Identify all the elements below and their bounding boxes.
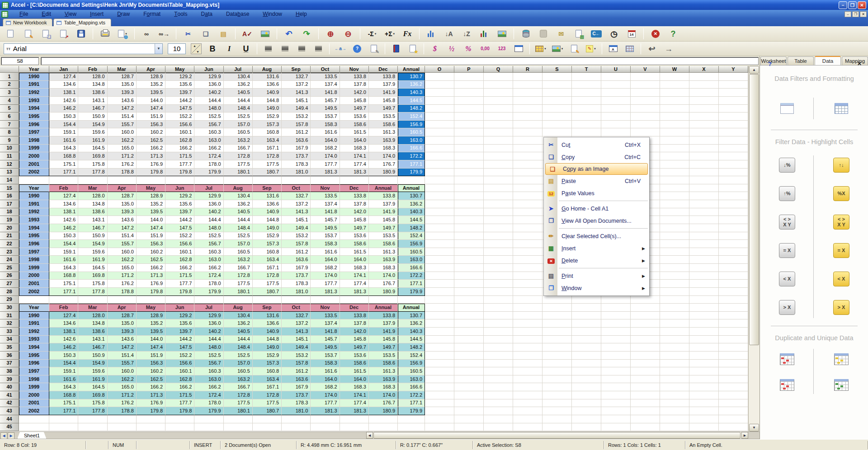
grid-cell[interactable]: 165.0 bbox=[108, 145, 137, 153]
grid-cell[interactable] bbox=[572, 89, 601, 97]
grid-cell[interactable]: 136.0 bbox=[194, 319, 223, 328]
grid-cell[interactable] bbox=[425, 280, 454, 288]
sort-icon[interactable]: ↓Z bbox=[461, 28, 472, 40]
grid-cell[interactable]: 1994 bbox=[19, 343, 49, 352]
grid-cell[interactable] bbox=[19, 423, 49, 431]
grid-cell[interactable] bbox=[631, 328, 660, 336]
row-header[interactable]: 29 bbox=[0, 296, 19, 304]
grid-cell[interactable] bbox=[425, 352, 454, 360]
grid-cell[interactable]: 177.1 bbox=[49, 169, 78, 177]
grid-cell[interactable]: 150.3 bbox=[49, 112, 78, 121]
grid-cell[interactable]: 174.0 bbox=[311, 152, 340, 160]
grid-cell[interactable]: 135.6 bbox=[165, 319, 194, 328]
grid-cell[interactable]: 160.5 bbox=[398, 367, 425, 375]
grid-cell[interactable]: 178.8 bbox=[108, 288, 137, 296]
filter-greater-than-button[interactable]: > X bbox=[779, 300, 795, 315]
grid-cell[interactable] bbox=[454, 280, 484, 288]
grid-cell[interactable] bbox=[631, 367, 660, 375]
grid-cell[interactable]: 133.8 bbox=[369, 312, 398, 320]
grid-cell[interactable] bbox=[108, 415, 137, 423]
grid-cell[interactable] bbox=[542, 367, 572, 375]
grid-cell[interactable]: 163.4 bbox=[253, 375, 282, 384]
grid-cell[interactable]: 153.2 bbox=[282, 112, 311, 121]
grid-cell[interactable]: 148.2 bbox=[398, 105, 425, 113]
menu-insert[interactable]: Insert bbox=[83, 10, 110, 18]
redo-icon[interactable]: ↷ bbox=[301, 28, 312, 40]
grid-cell[interactable] bbox=[513, 73, 542, 81]
grid-cell[interactable]: 150.9 bbox=[78, 112, 107, 121]
grid-cell[interactable] bbox=[572, 328, 601, 336]
grid-cell[interactable]: Jun bbox=[165, 304, 194, 312]
grid-cell[interactable]: 168.2 bbox=[311, 145, 340, 153]
grid-cell[interactable] bbox=[542, 360, 572, 368]
row-header[interactable]: 7 bbox=[0, 121, 19, 129]
grid-cell[interactable]: Annual bbox=[398, 304, 425, 312]
grid-cell[interactable]: 162.5 bbox=[137, 256, 165, 264]
grid-cell[interactable]: 157.8 bbox=[282, 240, 311, 248]
grid-cell[interactable] bbox=[689, 391, 719, 399]
grid-cell[interactable] bbox=[689, 216, 719, 224]
grid-cell[interactable]: 155.7 bbox=[108, 121, 137, 129]
doc-tab-new-workbook[interactable]: New Workbook bbox=[3, 19, 52, 26]
grid-cell[interactable]: 146.2 bbox=[49, 224, 78, 232]
grid-cell[interactable]: 144.4 bbox=[194, 216, 223, 224]
grid-cell[interactable]: 2002 bbox=[19, 407, 49, 415]
grid-cell[interactable] bbox=[660, 304, 689, 312]
grid-cell[interactable]: 158.6 bbox=[340, 240, 369, 248]
grid-cell[interactable] bbox=[660, 169, 689, 177]
grid-cell[interactable]: Feb bbox=[49, 304, 78, 312]
grid-cell[interactable]: Jun bbox=[165, 184, 194, 192]
menu-format[interactable]: Format bbox=[137, 10, 167, 18]
grid-cell[interactable]: 176.7 bbox=[369, 160, 398, 169]
grid-cell[interactable] bbox=[484, 128, 513, 136]
grid-cell[interactable] bbox=[572, 296, 601, 304]
column-header[interactable]: P bbox=[454, 66, 484, 73]
grid-cell[interactable]: 141.3 bbox=[282, 89, 311, 97]
grid-cell[interactable] bbox=[601, 375, 631, 384]
grid-cell[interactable] bbox=[282, 415, 311, 423]
grid-cell[interactable] bbox=[689, 415, 719, 423]
grid-cell[interactable]: 172.4 bbox=[194, 152, 223, 160]
grid-cell[interactable]: 144.0 bbox=[137, 336, 165, 344]
grid-cell[interactable]: 149.4 bbox=[282, 224, 311, 232]
grid-cell[interactable] bbox=[454, 272, 484, 280]
grid-cell[interactable]: 131.6 bbox=[253, 192, 282, 200]
grid-cell[interactable]: 180.7 bbox=[253, 288, 282, 296]
grid-cell[interactable] bbox=[513, 216, 542, 224]
grid-cell[interactable] bbox=[311, 423, 340, 431]
grid-cell[interactable]: 180.9 bbox=[369, 288, 398, 296]
grid-cell[interactable]: Annual bbox=[369, 184, 398, 192]
grid-cell[interactable]: 152.2 bbox=[165, 112, 194, 121]
column-header[interactable]: U bbox=[601, 66, 631, 73]
grid-cell[interactable] bbox=[572, 112, 601, 121]
grid-cell[interactable]: 136.2 bbox=[224, 81, 253, 89]
grid-cell[interactable] bbox=[425, 288, 454, 296]
grid-cell[interactable]: 128.7 bbox=[108, 192, 137, 200]
grid-cell[interactable] bbox=[660, 192, 689, 200]
grid-cell[interactable] bbox=[484, 232, 513, 240]
grid-cell[interactable] bbox=[454, 296, 484, 304]
grid-cell[interactable] bbox=[572, 312, 601, 320]
grid-cell[interactable]: 181.0 bbox=[282, 407, 311, 415]
grid-cell[interactable]: 133.8 bbox=[340, 312, 369, 320]
grid-cell[interactable] bbox=[454, 128, 484, 136]
grid-cell[interactable]: 2002 bbox=[19, 169, 49, 177]
grid-cell[interactable]: 145.8 bbox=[340, 97, 369, 105]
grid-cell[interactable]: 154.4 bbox=[49, 121, 78, 129]
grid-cell[interactable]: 181.3 bbox=[340, 288, 369, 296]
grid-cell[interactable]: 152.9 bbox=[253, 352, 282, 360]
scroll-right-icon[interactable]: ▶ bbox=[741, 432, 748, 439]
cell-reference-box[interactable]: S8 bbox=[1, 57, 39, 65]
find-next-icon[interactable]: ∞→ bbox=[158, 28, 170, 40]
grid-cell[interactable]: 136.2 bbox=[398, 319, 425, 328]
grid-cell[interactable]: 163.9 bbox=[369, 256, 398, 264]
grid-cell[interactable] bbox=[572, 128, 601, 136]
grid-cell[interactable]: 164.0 bbox=[311, 256, 340, 264]
grid-cell[interactable]: 153.6 bbox=[340, 352, 369, 360]
grid-cell[interactable]: 143.6 bbox=[108, 216, 137, 224]
grid-cell[interactable] bbox=[425, 184, 454, 192]
grid-cell[interactable] bbox=[689, 319, 719, 328]
duplicate-rows-icon[interactable] bbox=[780, 379, 794, 391]
grid-cell[interactable]: 139.5 bbox=[137, 328, 165, 336]
grid-cell[interactable]: 162.8 bbox=[165, 136, 194, 145]
